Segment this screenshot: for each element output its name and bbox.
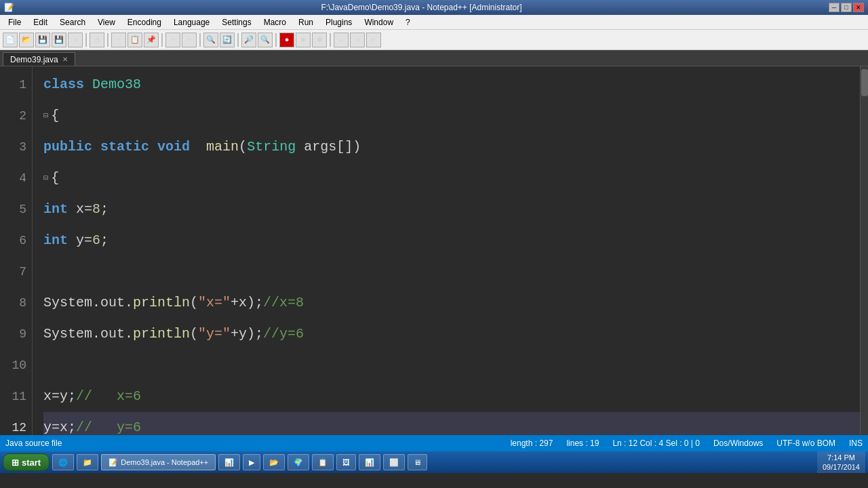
menu-file[interactable]: File [3,15,26,29]
line-num-7: 7 [0,256,26,287]
line-num-8: 8 [0,287,26,319]
zoom-in-button[interactable]: 🔎 [241,33,256,47]
tab-label: Demo39.java [10,55,58,64]
menu-run[interactable]: Run [293,15,319,29]
status-filetype: Java source file [5,439,497,448]
sep2 [107,33,108,47]
taskbar-app3[interactable]: ▶ [243,454,260,470]
cut-button[interactable]: ✂ [111,33,126,47]
toolbar: 📄 📂 💾 💾 ✕ 🖨 ✂ 📋 📌 ↩ ↪ 🔍 🔄 🔎 🔍 ● ■ ⏺ ↵ ⇥ … [0,30,868,50]
replace-button[interactable]: 🔄 [220,33,235,47]
line-num-11: 11 [0,381,26,412]
taskbar-app7[interactable]: 🖼 [336,454,356,470]
collapse-2[interactable]: ⊟ [43,100,48,131]
close-button[interactable]: ✕ [853,3,864,12]
line-numbers: 1 2 3 4 5 6 7 8 9 10 11 12 13 [0,66,33,435]
title-text: F:\JavaDemo\Demo39.java - Notepad++ [Adm… [321,3,521,12]
sep3 [161,33,163,47]
clock-date: 09/17/2014 [823,462,860,472]
save-button[interactable]: 💾 [35,33,50,47]
start-button[interactable]: ⊞ start [3,453,50,471]
vertical-scrollbar[interactable] [860,66,868,435]
clock: 7:14 PM 09/17/2014 [817,451,865,474]
paste-button[interactable]: 📌 [144,33,159,47]
status-lineending: Dos/Windows [713,439,763,448]
find-button[interactable]: 🔍 [203,33,218,47]
save-all-button[interactable]: 💾 [52,33,66,47]
collapse-4[interactable]: ⊟ [43,163,48,194]
copy-button[interactable]: 📋 [127,33,142,47]
classname: Demo38 [92,69,141,100]
sep4 [199,33,201,47]
windows-icon: ⊞ [12,458,19,468]
taskbar-app4[interactable]: 📂 [263,454,285,470]
tab-bar: Demo39.java ✕ [0,50,868,66]
taskbar-notepad[interactable]: 📝 Demo39.java - Notepad++ [101,454,216,470]
zoom-out-button[interactable]: 🔍 [258,33,273,47]
taskbar-app8[interactable]: 📊 [359,454,380,470]
menu-bar: File Edit Search View Encoding Language … [0,15,868,30]
menu-language[interactable]: Language [168,15,215,29]
line-num-10: 10 [0,350,26,381]
taskbar: ⊞ start 🌐 📁 📝 Demo39.java - Notepad++ 📊 … [0,451,868,473]
line-num-3: 3 [0,131,26,163]
indent-button[interactable]: ⇥ [350,33,365,47]
taskbar-app5[interactable]: 🌍 [288,454,309,470]
code-line-11: x=y;// x=6 [43,381,860,412]
status-right: length : 297 lines : 19 Ln : 12 Col : 4 … [511,439,863,448]
code-line-5: int x=8; [43,194,860,225]
line-num-12: 12 [0,412,26,435]
macro-record[interactable]: ⏺ [312,33,327,47]
new-button[interactable]: 📄 [3,33,18,47]
menu-edit[interactable]: Edit [28,15,53,29]
taskbar-terminal[interactable]: 🖥 [408,454,427,470]
redo-button[interactable]: ↪ [182,33,197,47]
menu-search[interactable]: Search [54,15,91,29]
status-bar: Java source file length : 297 lines : 19… [0,435,868,451]
line-num-1: 1 [0,69,26,100]
maximize-button[interactable]: □ [841,3,852,12]
title-icon: 📝 [4,3,14,12]
menu-plugins[interactable]: Plugins [320,15,357,29]
status-encoding: UTF-8 w/o BOM [776,439,835,448]
taskbar-app6[interactable]: 📋 [312,454,334,470]
taskbar-app2[interactable]: 📊 [218,454,240,470]
line-num-2: 2 [0,100,26,131]
taskbar-right: 7:14 PM 09/17/2014 [817,451,865,474]
taskbar-app9[interactable]: ⬜ [383,454,405,470]
title-bar: 📝 F:\JavaDemo\Demo39.java - Notepad++ [A… [0,0,868,15]
code-line-3: public static void main(String args[]) [43,131,860,163]
quick-launch-ie[interactable]: 🌐 [52,454,74,470]
close-doc-button[interactable]: ✕ [68,33,83,47]
code-line-4: ⊟{ [43,163,860,194]
menu-macro[interactable]: Macro [258,15,292,29]
line-num-6: 6 [0,225,26,256]
status-position: Ln : 12 Col : 4 Sel : 0 | 0 [612,439,700,448]
line-num-9: 9 [0,319,26,350]
tab-demo39[interactable]: Demo39.java ✕ [3,52,75,66]
tab-close-icon[interactable]: ✕ [62,56,68,63]
wordwrap-button[interactable]: ↵ [334,33,349,47]
title-buttons: ─ □ ✕ [829,3,864,12]
menu-view[interactable]: View [92,15,121,29]
sep5 [237,33,239,47]
run-button[interactable]: ● [279,33,294,47]
status-length: length : 297 [511,439,553,448]
unindent-button[interactable]: ⇤ [366,33,381,47]
menu-window[interactable]: Window [359,15,399,29]
code-area[interactable]: class Demo38 ⊟{ public static void main(… [33,66,860,435]
undo-button[interactable]: ↩ [165,33,180,47]
line-num-5: 5 [0,194,26,225]
start-label: start [22,458,41,468]
clock-time: 7:14 PM [823,453,860,462]
menu-settings[interactable]: Settings [216,15,256,29]
quick-launch-explorer[interactable]: 📁 [77,454,98,470]
menu-encoding[interactable]: Encoding [122,15,167,29]
menu-help[interactable]: ? [400,15,416,29]
code-line-2: ⊟{ [43,100,860,131]
stop-button[interactable]: ■ [296,33,311,47]
print-button[interactable]: 🖨 [90,33,104,47]
minimize-button[interactable]: ─ [829,3,840,12]
open-button[interactable]: 📂 [19,33,34,47]
scroll-thumb[interactable] [861,69,868,96]
